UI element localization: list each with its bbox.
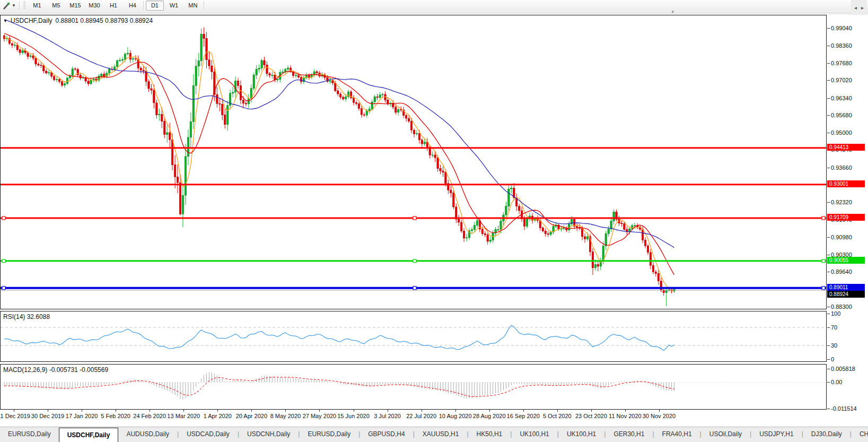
date-tick: [251, 410, 252, 412]
date-tick: [116, 410, 116, 412]
price-tick-0.98360: 0.98360: [831, 42, 852, 49]
date-label-7: 20 Apr 2020: [236, 413, 267, 419]
date-label-4: 24 Feb 2020: [133, 413, 166, 419]
date-tick: [150, 410, 150, 412]
toolbar-drag-grip[interactable]: [23, 2, 25, 10]
cursor-tool-dropdown-icon[interactable]: ▼: [12, 3, 16, 8]
timeframe-m1[interactable]: M1: [28, 1, 46, 11]
price-tick-0.89640: 0.89640: [831, 268, 852, 275]
date-label-0: 11 Dec 2019: [0, 413, 30, 419]
tab-hk50-h1[interactable]: HK50,H1: [469, 427, 511, 442]
rsi-panel[interactable]: RSI(14) 32.6088: [0, 311, 827, 362]
tab-eurusd-daily[interactable]: EURUSD,Daily: [0, 427, 59, 442]
timeframe-d1[interactable]: D1: [146, 1, 164, 11]
rsi-line: [4, 325, 674, 350]
chart-tab-bar: EURUSD,DailyUSDCHF,DailyAUDUSD,Daily|USD…: [0, 427, 868, 442]
macd-tick-0.005818: 0.005818: [831, 366, 855, 372]
date-label-2: 17 Jan 2020: [66, 413, 98, 419]
macd-signal-line: [4, 377, 674, 397]
timeframe-w1[interactable]: W1: [165, 1, 183, 11]
macd-label: MACD(12,26,9) -0.005731 -0.005569: [3, 366, 108, 374]
rsi-plot[interactable]: [1, 311, 826, 361]
tab-fra40-h1[interactable]: FRA40,H1: [654, 427, 700, 442]
date-tick: [523, 410, 524, 412]
macd-plot[interactable]: [1, 365, 826, 409]
date-label-6: 1 Apr 2020: [204, 413, 232, 419]
trading-platform-window: { "toolbar": { "timeframes": ["M1","M5",…: [0, 0, 868, 442]
toolbar-separator: [204, 1, 205, 10]
date-tick: [14, 410, 14, 412]
macd-tick-0.00: 0.00: [831, 379, 842, 385]
toolbar-separator: [19, 1, 20, 10]
tab-usoil-daily[interactable]: USOil,Daily: [702, 427, 750, 442]
macd-svg: [1, 365, 826, 409]
timeframe-button-group: M1M5M15M30H1H4D1W1MN: [28, 1, 206, 11]
timeframe-h4[interactable]: H4: [124, 1, 142, 11]
rsi-tick-30: 30: [831, 342, 837, 349]
timeframe-m5[interactable]: M5: [47, 1, 65, 11]
slow-ma-line: [4, 20, 674, 248]
tab-usdcnh-daily[interactable]: USDCNH,Daily: [239, 427, 298, 442]
tab-uk100-h1[interactable]: UK100,H1: [512, 427, 557, 442]
macd-panel[interactable]: MACD(12,26,9) -0.005731 -0.005569: [0, 364, 827, 410]
main-chart-panel[interactable]: ▼ USDCHF,Daily 0.88801 0.88945 0.88793 0…: [0, 15, 827, 309]
date-tick: [183, 410, 184, 412]
date-label-11: 3 Jul 2020: [374, 413, 401, 419]
tab-audusd-daily[interactable]: AUDUSD,Daily: [118, 427, 177, 442]
tab-usdjpy-h1[interactable]: USDJPY,H1: [751, 427, 801, 442]
date-tick: [659, 410, 660, 412]
price-label-0.91709[interactable]: 0.91709: [827, 214, 865, 221]
rsi-axis[interactable]: 10070300: [827, 311, 868, 362]
date-tick: [455, 410, 456, 412]
date-tick: [591, 410, 592, 412]
price-tick-0.88300: 0.88300: [831, 304, 852, 310]
tab-china300-h1[interactable]: CHINA300,H1: [852, 427, 868, 442]
scroll-position-marker[interactable]: ▾: [672, 10, 674, 14]
price-tick-0.95000: 0.95000: [831, 129, 852, 136]
tab-xauusd-h1[interactable]: XAUUSD,H1: [415, 427, 467, 442]
date-label-13: 10 Aug 2020: [439, 413, 472, 419]
date-tick: [489, 410, 490, 412]
price-axis[interactable]: 0.990400.983600.976800.970200.963400.956…: [827, 15, 868, 309]
tab-scroll-right-icon[interactable]: ▸: [861, 5, 864, 11]
tab-ger30-h1[interactable]: GER30,H1: [606, 427, 652, 442]
price-tick-0.92320: 0.92320: [831, 199, 852, 205]
timeframe-h1[interactable]: H1: [104, 1, 122, 11]
price-label-0.89011[interactable]: 0.89011: [827, 284, 865, 291]
price-label-0.94413[interactable]: 0.94413: [827, 144, 865, 151]
date-tick: [285, 410, 286, 412]
rsi-svg: [1, 311, 826, 361]
chart-scroll-strip[interactable]: ▾: [0, 11, 868, 15]
chart-title: ▼ USDCHF,Daily 0.88801 0.88945 0.88793 0…: [3, 17, 153, 24]
tab-eurusd-daily[interactable]: EURUSD,Daily: [300, 427, 358, 442]
main-chart-svg: [1, 15, 826, 309]
date-label-16: 5 Oct 2020: [543, 413, 572, 419]
chart-menu-arrow-icon[interactable]: ▼: [3, 19, 7, 23]
tab-dj30-daily[interactable]: DJ30,Daily: [803, 427, 850, 442]
date-tick: [388, 410, 388, 412]
macd-tick--0.011514: -0.011514: [831, 405, 857, 412]
rsi-tick-70: 70: [831, 324, 837, 331]
tab-gbpusd-h4[interactable]: GBPUSD,H4: [360, 427, 413, 442]
price-label-0.90055[interactable]: 0.90055: [827, 257, 865, 264]
price-label-0.93001[interactable]: 0.93001: [827, 180, 865, 187]
tab-usdcad-daily[interactable]: USDCAD,Daily: [179, 427, 238, 442]
date-label-14: 28 Aug 2020: [473, 413, 506, 419]
candlestick-plot[interactable]: [1, 15, 826, 309]
tab-usdchf-daily[interactable]: USDCHF,Daily: [59, 428, 119, 442]
medium-ma-line: [4, 33, 674, 275]
tab-scroll-arrows: ◂ ▸: [851, 0, 867, 15]
date-label-3: 5 Feb 2020: [101, 413, 130, 419]
date-axis[interactable]: 11 Dec 201930 Dec 201917 Jan 20205 Feb 2…: [0, 410, 827, 424]
price-tick-0.93660: 0.93660: [831, 164, 852, 171]
date-tick: [625, 410, 626, 412]
tab-uk100-h1[interactable]: UK100,H1: [559, 427, 604, 442]
tab-scroll-left-icon[interactable]: ◂: [854, 5, 857, 11]
timeframe-mn[interactable]: MN: [184, 1, 202, 11]
date-tick: [422, 410, 422, 412]
chart-cursor-icon[interactable]: [2, 2, 11, 10]
timeframe-m15[interactable]: M15: [66, 1, 84, 11]
timeframe-m30[interactable]: M30: [85, 1, 103, 11]
macd-axis[interactable]: 0.0058180.00-0.011514: [827, 364, 868, 410]
price-tick-0.96340: 0.96340: [831, 95, 852, 101]
